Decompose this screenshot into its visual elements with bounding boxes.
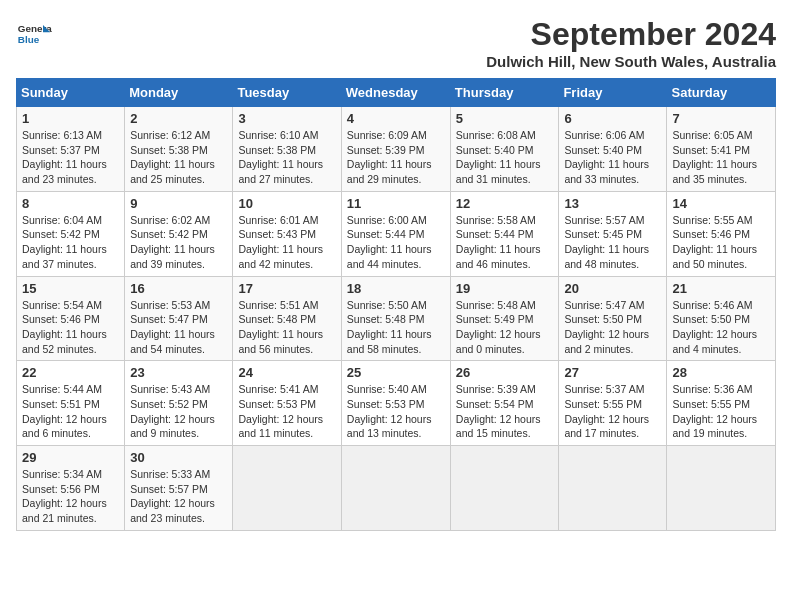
day-info: Sunrise: 6:02 AMSunset: 5:42 PMDaylight:…	[130, 213, 227, 272]
table-row: 18Sunrise: 5:50 AMSunset: 5:48 PMDayligh…	[341, 276, 450, 361]
day-info: Sunrise: 6:05 AMSunset: 5:41 PMDaylight:…	[672, 128, 770, 187]
table-row: 6Sunrise: 6:06 AMSunset: 5:40 PMDaylight…	[559, 107, 667, 192]
day-info: Sunrise: 6:10 AMSunset: 5:38 PMDaylight:…	[238, 128, 335, 187]
table-row: 17Sunrise: 5:51 AMSunset: 5:48 PMDayligh…	[233, 276, 341, 361]
day-number: 15	[22, 281, 119, 296]
header-monday: Monday	[125, 79, 233, 107]
day-number: 30	[130, 450, 227, 465]
table-row	[450, 446, 559, 531]
day-number: 24	[238, 365, 335, 380]
table-row	[233, 446, 341, 531]
calendar-header-row: Sunday Monday Tuesday Wednesday Thursday…	[17, 79, 776, 107]
table-row: 22Sunrise: 5:44 AMSunset: 5:51 PMDayligh…	[17, 361, 125, 446]
table-row: 4Sunrise: 6:09 AMSunset: 5:39 PMDaylight…	[341, 107, 450, 192]
day-number: 14	[672, 196, 770, 211]
table-row	[667, 446, 776, 531]
calendar-week-1: 1Sunrise: 6:13 AMSunset: 5:37 PMDaylight…	[17, 107, 776, 192]
day-info: Sunrise: 5:43 AMSunset: 5:52 PMDaylight:…	[130, 382, 227, 441]
calendar-week-3: 15Sunrise: 5:54 AMSunset: 5:46 PMDayligh…	[17, 276, 776, 361]
day-info: Sunrise: 6:12 AMSunset: 5:38 PMDaylight:…	[130, 128, 227, 187]
calendar-title: September 2024	[486, 16, 776, 53]
day-number: 6	[564, 111, 661, 126]
day-number: 19	[456, 281, 554, 296]
day-info: Sunrise: 5:54 AMSunset: 5:46 PMDaylight:…	[22, 298, 119, 357]
table-row: 26Sunrise: 5:39 AMSunset: 5:54 PMDayligh…	[450, 361, 559, 446]
page-header: General Blue September 2024 Dulwich Hill…	[16, 16, 776, 70]
day-number: 23	[130, 365, 227, 380]
table-row: 11Sunrise: 6:00 AMSunset: 5:44 PMDayligh…	[341, 191, 450, 276]
day-info: Sunrise: 5:50 AMSunset: 5:48 PMDaylight:…	[347, 298, 445, 357]
header-wednesday: Wednesday	[341, 79, 450, 107]
day-info: Sunrise: 6:08 AMSunset: 5:40 PMDaylight:…	[456, 128, 554, 187]
day-number: 11	[347, 196, 445, 211]
logo: General Blue	[16, 16, 52, 52]
table-row: 7Sunrise: 6:05 AMSunset: 5:41 PMDaylight…	[667, 107, 776, 192]
table-row: 9Sunrise: 6:02 AMSunset: 5:42 PMDaylight…	[125, 191, 233, 276]
svg-text:Blue: Blue	[18, 34, 40, 45]
day-info: Sunrise: 5:48 AMSunset: 5:49 PMDaylight:…	[456, 298, 554, 357]
table-row: 15Sunrise: 5:54 AMSunset: 5:46 PMDayligh…	[17, 276, 125, 361]
day-info: Sunrise: 5:57 AMSunset: 5:45 PMDaylight:…	[564, 213, 661, 272]
table-row: 29Sunrise: 5:34 AMSunset: 5:56 PMDayligh…	[17, 446, 125, 531]
day-number: 8	[22, 196, 119, 211]
day-info: Sunrise: 5:47 AMSunset: 5:50 PMDaylight:…	[564, 298, 661, 357]
header-tuesday: Tuesday	[233, 79, 341, 107]
table-row: 13Sunrise: 5:57 AMSunset: 5:45 PMDayligh…	[559, 191, 667, 276]
day-info: Sunrise: 6:09 AMSunset: 5:39 PMDaylight:…	[347, 128, 445, 187]
table-row: 12Sunrise: 5:58 AMSunset: 5:44 PMDayligh…	[450, 191, 559, 276]
day-number: 16	[130, 281, 227, 296]
table-row: 1Sunrise: 6:13 AMSunset: 5:37 PMDaylight…	[17, 107, 125, 192]
table-row: 5Sunrise: 6:08 AMSunset: 5:40 PMDaylight…	[450, 107, 559, 192]
day-info: Sunrise: 6:00 AMSunset: 5:44 PMDaylight:…	[347, 213, 445, 272]
table-row: 27Sunrise: 5:37 AMSunset: 5:55 PMDayligh…	[559, 361, 667, 446]
day-info: Sunrise: 6:06 AMSunset: 5:40 PMDaylight:…	[564, 128, 661, 187]
day-number: 1	[22, 111, 119, 126]
day-number: 2	[130, 111, 227, 126]
table-row: 2Sunrise: 6:12 AMSunset: 5:38 PMDaylight…	[125, 107, 233, 192]
day-number: 29	[22, 450, 119, 465]
logo-icon: General Blue	[16, 16, 52, 52]
day-info: Sunrise: 5:44 AMSunset: 5:51 PMDaylight:…	[22, 382, 119, 441]
svg-text:General: General	[18, 23, 52, 34]
day-number: 25	[347, 365, 445, 380]
day-number: 13	[564, 196, 661, 211]
day-number: 27	[564, 365, 661, 380]
table-row: 8Sunrise: 6:04 AMSunset: 5:42 PMDaylight…	[17, 191, 125, 276]
calendar-week-4: 22Sunrise: 5:44 AMSunset: 5:51 PMDayligh…	[17, 361, 776, 446]
day-number: 10	[238, 196, 335, 211]
day-number: 20	[564, 281, 661, 296]
header-friday: Friday	[559, 79, 667, 107]
day-info: Sunrise: 5:40 AMSunset: 5:53 PMDaylight:…	[347, 382, 445, 441]
day-number: 4	[347, 111, 445, 126]
day-info: Sunrise: 5:39 AMSunset: 5:54 PMDaylight:…	[456, 382, 554, 441]
day-info: Sunrise: 5:34 AMSunset: 5:56 PMDaylight:…	[22, 467, 119, 526]
day-info: Sunrise: 6:04 AMSunset: 5:42 PMDaylight:…	[22, 213, 119, 272]
day-number: 3	[238, 111, 335, 126]
table-row: 30Sunrise: 5:33 AMSunset: 5:57 PMDayligh…	[125, 446, 233, 531]
table-row: 25Sunrise: 5:40 AMSunset: 5:53 PMDayligh…	[341, 361, 450, 446]
day-info: Sunrise: 5:36 AMSunset: 5:55 PMDaylight:…	[672, 382, 770, 441]
day-info: Sunrise: 5:55 AMSunset: 5:46 PMDaylight:…	[672, 213, 770, 272]
header-thursday: Thursday	[450, 79, 559, 107]
day-info: Sunrise: 5:37 AMSunset: 5:55 PMDaylight:…	[564, 382, 661, 441]
day-info: Sunrise: 5:58 AMSunset: 5:44 PMDaylight:…	[456, 213, 554, 272]
header-sunday: Sunday	[17, 79, 125, 107]
day-info: Sunrise: 5:41 AMSunset: 5:53 PMDaylight:…	[238, 382, 335, 441]
table-row: 19Sunrise: 5:48 AMSunset: 5:49 PMDayligh…	[450, 276, 559, 361]
day-number: 7	[672, 111, 770, 126]
table-row	[559, 446, 667, 531]
calendar-week-5: 29Sunrise: 5:34 AMSunset: 5:56 PMDayligh…	[17, 446, 776, 531]
table-row: 16Sunrise: 5:53 AMSunset: 5:47 PMDayligh…	[125, 276, 233, 361]
calendar-table: Sunday Monday Tuesday Wednesday Thursday…	[16, 78, 776, 531]
table-row	[341, 446, 450, 531]
day-number: 26	[456, 365, 554, 380]
table-row: 10Sunrise: 6:01 AMSunset: 5:43 PMDayligh…	[233, 191, 341, 276]
day-number: 18	[347, 281, 445, 296]
day-number: 28	[672, 365, 770, 380]
day-info: Sunrise: 6:01 AMSunset: 5:43 PMDaylight:…	[238, 213, 335, 272]
calendar-subtitle: Dulwich Hill, New South Wales, Australia	[486, 53, 776, 70]
day-number: 9	[130, 196, 227, 211]
day-info: Sunrise: 5:51 AMSunset: 5:48 PMDaylight:…	[238, 298, 335, 357]
day-number: 22	[22, 365, 119, 380]
header-saturday: Saturday	[667, 79, 776, 107]
